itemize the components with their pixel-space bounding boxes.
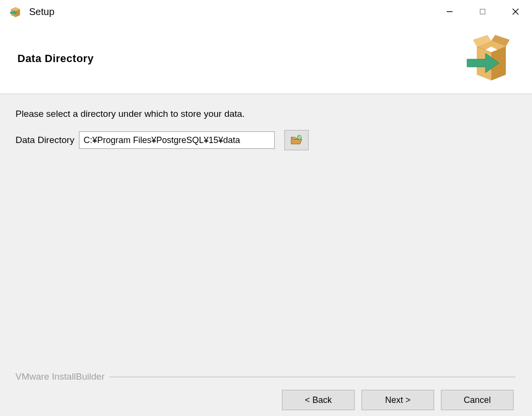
instruction-text: Please select a directory under which to… <box>16 109 516 119</box>
page-title: Data Directory <box>17 52 94 65</box>
data-directory-input[interactable] <box>79 131 275 149</box>
svg-rect-1 <box>480 9 485 14</box>
wizard-header: Data Directory <box>0 23 532 94</box>
data-directory-label: Data Directory <box>16 135 74 145</box>
installer-logo-icon <box>462 32 520 85</box>
window-controls <box>433 0 532 23</box>
branding-text: VMware InstallBuilder <box>16 371 110 382</box>
close-button[interactable] <box>499 0 532 23</box>
app-icon <box>9 5 22 18</box>
browse-button[interactable] <box>284 130 309 150</box>
divider <box>110 377 516 377</box>
minimize-button[interactable] <box>433 0 466 23</box>
footer-area: VMware InstallBuilder < Back Next > Canc… <box>16 371 516 416</box>
branding-line: VMware InstallBuilder <box>16 371 516 382</box>
next-button[interactable]: Next > <box>361 390 434 410</box>
window-title: Setup <box>29 6 433 17</box>
button-row: < Back Next > Cancel <box>16 390 516 410</box>
cancel-button[interactable]: Cancel <box>441 390 514 410</box>
back-button[interactable]: < Back <box>282 390 355 410</box>
setup-window: Setup Data Directory <box>0 0 532 416</box>
folder-open-icon <box>290 134 303 146</box>
data-directory-row: Data Directory <box>16 130 516 150</box>
titlebar: Setup <box>0 0 532 23</box>
maximize-button[interactable] <box>466 0 499 23</box>
content-area: Please select a directory under which to… <box>0 94 532 416</box>
